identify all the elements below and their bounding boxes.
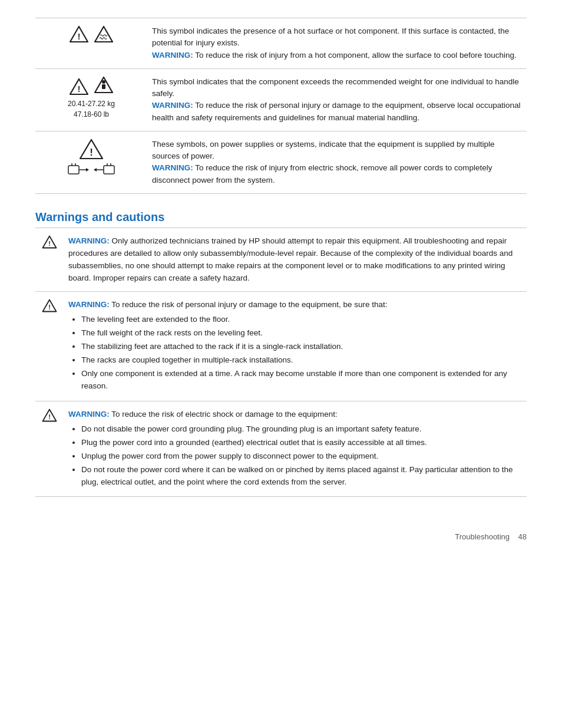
table-row: ! WARNING: To reduce the risk of persona…	[35, 292, 527, 401]
weight-icons: !	[40, 76, 143, 97]
svg-marker-2	[95, 27, 113, 42]
warning-label-multipower: WARNING:	[152, 163, 193, 172]
warning-triangle-icon: !	[42, 409, 57, 422]
icon-cell-multipower: !	[35, 131, 147, 193]
symbol-table: ! This symbol indicates the presence of …	[35, 18, 527, 194]
svg-point-6	[102, 80, 105, 84]
table-row: ! WARNING: To reduce the risk of electri…	[35, 401, 527, 497]
text-cell-weight: This symbol indicates that the component…	[147, 68, 527, 131]
warn-content-cell: WARNING: To reduce the risk of electric …	[64, 401, 527, 497]
warn-icon-cell: !	[35, 228, 64, 292]
power-plug-left-icon	[67, 163, 90, 176]
svg-text:!: !	[78, 32, 81, 41]
svg-rect-10	[68, 166, 79, 174]
table-row: ! This symbol indicates the presence of …	[35, 18, 527, 69]
heat-waves-icon	[94, 25, 114, 43]
list-item: The racks are coupled together in multip…	[81, 354, 522, 367]
power-supply-symbols	[67, 163, 115, 176]
warn-icon-cell: !	[35, 292, 64, 401]
svg-text:!: !	[90, 147, 93, 158]
warning-text-hot: To reduce the risk of injury from a hot …	[193, 51, 517, 60]
list-item: Plug the power cord into a grounded (ear…	[81, 437, 522, 449]
list-item: Do not route the power cord where it can…	[81, 464, 522, 489]
warn-icon-cell: !	[35, 401, 64, 497]
warning-label-hot: WARNING:	[152, 51, 193, 60]
multi-power-triangle-icon: !	[79, 139, 104, 160]
weight-lb: 47.18-60 lb	[40, 110, 143, 118]
warnings-table: ! WARNING: Only authorized technicians t…	[35, 228, 527, 498]
list-item: Do not disable the power cord grounding …	[81, 423, 522, 436]
svg-text:!: !	[48, 413, 51, 420]
footer-page: 48	[518, 532, 527, 541]
svg-rect-7	[102, 84, 105, 89]
list-item: The leveling feet are extended to the fl…	[81, 314, 522, 326]
text-cell-multipower: These symbols, on power supplies or syst…	[147, 131, 527, 193]
icon-cell-weight: ! 20.41-27.22 kg 47.18-60 lb	[35, 68, 147, 131]
svg-text:!: !	[48, 240, 51, 247]
warning-label: WARNING:	[68, 300, 110, 309]
table-row: ! WARNING: Only authorized technicians t…	[35, 228, 527, 292]
warning-text-multipower: To reduce the risk of injury from electr…	[152, 163, 492, 184]
hot-surface-description: This symbol indicates the presence of a …	[152, 27, 509, 47]
hot-surface-triangle-icon: !	[69, 25, 89, 43]
icon-cell-hot: !	[35, 18, 147, 69]
warning-text: To reduce the risk of personal injury or…	[110, 300, 388, 309]
svg-rect-15	[104, 166, 114, 174]
warn-content-cell: WARNING: To reduce the risk of personal …	[64, 292, 527, 401]
person-weight-icon	[94, 76, 114, 97]
text-cell-hot: This symbol indicates the presence of a …	[147, 18, 527, 69]
warning-label-weight: WARNING:	[152, 101, 193, 110]
power-plug-right-icon	[93, 163, 115, 176]
svg-text:!: !	[48, 304, 51, 311]
table-row: !	[35, 131, 527, 193]
footer-section: Troubleshooting	[455, 532, 510, 541]
weight-triangle-icon: !	[69, 78, 89, 95]
warning-text: Only authorized technicians trained by H…	[68, 236, 513, 282]
list-item: Only one component is extended at a time…	[81, 368, 522, 393]
warn-content-cell: WARNING: Only authorized technicians tra…	[64, 228, 527, 292]
table-row: ! 20.41-27.22 kg 47.18-60 lb This symbol…	[35, 68, 527, 131]
warning-triangle-icon: !	[42, 235, 57, 249]
hot-surface-icons: !	[40, 25, 143, 43]
list-item: Unplug the power cord from the power sup…	[81, 450, 522, 463]
warning-label: WARNING:	[68, 236, 110, 245]
list-item: The stabilizing feet are attached to the…	[81, 341, 522, 353]
weight-kg: 20.41-27.22 kg	[40, 100, 143, 108]
list-item: The full weight of the rack rests on the…	[81, 327, 522, 340]
weight-description: This symbol indicates that the component…	[152, 77, 519, 98]
warning-label: WARNING:	[68, 410, 110, 419]
warning-triangle-icon: !	[42, 299, 57, 312]
multi-power-icons: !	[40, 139, 143, 176]
page-footer: Troubleshooting 48	[35, 532, 527, 541]
multi-power-description: These symbols, on power supplies or syst…	[152, 140, 495, 160]
section-title: Warnings and cautions	[35, 210, 527, 224]
warning-text: To reduce the risk of electric shock or …	[110, 410, 338, 419]
svg-text:!: !	[78, 84, 81, 94]
warning-text-weight: To reduce the risk of personal injury or…	[152, 101, 521, 121]
svg-marker-19	[94, 168, 97, 172]
svg-marker-14	[86, 168, 89, 172]
